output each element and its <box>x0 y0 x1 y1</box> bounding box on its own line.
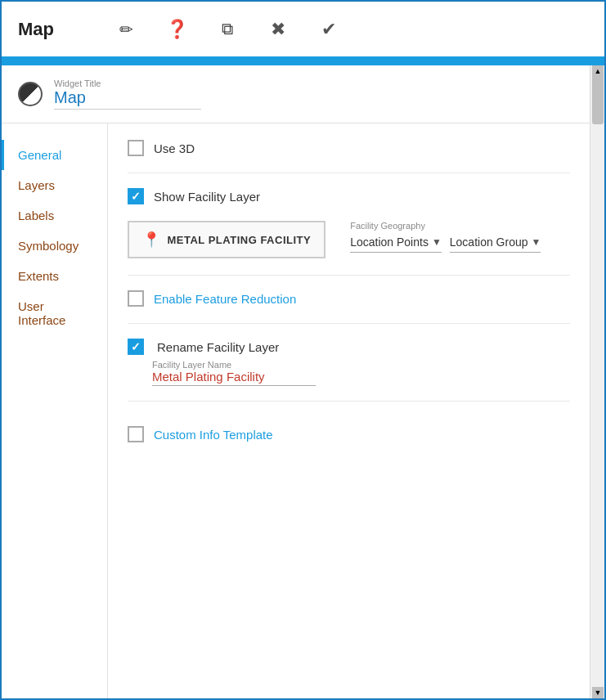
use-3d-label: Use 3D <box>154 141 195 155</box>
sidebar-nav: General Layers Labels Symbology Extents … <box>2 123 108 698</box>
rename-facility-label: Rename Facility Layer <box>157 340 279 354</box>
location-group-select[interactable]: Location Group ▼ <box>450 236 541 253</box>
main-panel: Widget Title General Layers Labels Symbo… <box>2 65 590 698</box>
divider-1 <box>128 173 570 173</box>
two-column-layout: General Layers Labels Symbology Extents … <box>2 123 590 698</box>
scrollbar-thumb[interactable] <box>592 75 604 124</box>
custom-info-checkbox-row: Custom Info Template <box>128 426 570 442</box>
custom-info-row: Custom Info Template <box>128 426 570 442</box>
scrollbar-down[interactable]: ▼ <box>592 687 604 698</box>
geography-group: Facility Geography Location Points ▼ Loc… <box>350 221 541 253</box>
enable-feature-reduction-label: Enable Feature Reduction <box>154 292 296 306</box>
facility-button-label: METAL PLATING FACILITY <box>168 234 312 246</box>
custom-info-checkbox[interactable] <box>128 426 144 442</box>
close-icon[interactable]: ✖ <box>265 16 291 43</box>
rename-section: Rename Facility Layer Facility Layer Nam… <box>128 339 570 386</box>
sidebar-item-layers[interactable]: Layers <box>2 170 107 200</box>
copy-icon[interactable]: ⧉ <box>214 16 240 43</box>
accent-bar <box>2 59 604 65</box>
facility-name-field: Facility Layer Name <box>152 360 570 386</box>
scrollbar: ▲ ▼ <box>590 65 604 698</box>
rename-facility-row: Rename Facility Layer <box>128 339 570 355</box>
show-facility-layer-label: Show Facility Layer <box>154 190 260 204</box>
location-points-value: Location Points <box>350 236 429 249</box>
show-facility-layer-row: Show Facility Layer <box>128 188 570 204</box>
widget-title-label: Widget Title <box>54 79 201 88</box>
location-group-value: Location Group <box>450 236 528 249</box>
use-3d-row: Use 3D <box>128 140 570 156</box>
header-icons: ✏ ❓ ⧉ ✖ ✔ <box>113 16 342 43</box>
location-points-arrow: ▼ <box>432 236 442 248</box>
enable-feature-reduction-row: Enable Feature Reduction <box>128 290 570 307</box>
sidebar-item-symbology[interactable]: Symbology <box>2 231 107 261</box>
location-group-arrow: ▼ <box>532 236 541 248</box>
sidebar-item-general[interactable]: General <box>2 140 107 170</box>
enable-feature-reduction-checkbox[interactable] <box>128 290 144 307</box>
theme-icon <box>18 82 43 106</box>
show-facility-layer-checkbox[interactable] <box>128 188 144 204</box>
pin-icon: 📍 <box>142 231 161 249</box>
divider-2 <box>128 275 570 276</box>
widget-title-section: Widget Title <box>2 65 590 123</box>
facility-section: 📍 METAL PLATING FACILITY Facility Geogra… <box>128 221 570 258</box>
content-area: Widget Title General Layers Labels Symbo… <box>2 65 604 698</box>
sidebar-item-extents[interactable]: Extents <box>2 261 107 291</box>
divider-4 <box>128 401 570 402</box>
confirm-icon[interactable]: ✔ <box>316 16 342 43</box>
facility-name-input[interactable] <box>152 370 316 386</box>
divider-3 <box>128 323 570 324</box>
widget-title-input[interactable] <box>54 88 201 110</box>
facility-geography-label: Facility Geography <box>350 221 541 231</box>
custom-info-label: Custom Info Template <box>154 428 273 442</box>
use-3d-checkbox[interactable] <box>128 140 144 156</box>
help-icon[interactable]: ❓ <box>164 16 190 43</box>
facility-button[interactable]: 📍 METAL PLATING FACILITY <box>128 221 325 258</box>
settings-panel: Use 3D Show Facility Layer 📍 METAL PLATI… <box>108 123 590 698</box>
facility-name-label: Facility Layer Name <box>152 360 570 370</box>
sidebar-item-labels[interactable]: Labels <box>2 200 107 231</box>
geography-selects: Location Points ▼ Location Group ▼ <box>350 236 541 253</box>
header-bar: Map ✏ ❓ ⧉ ✖ ✔ <box>2 2 604 59</box>
header-title: Map <box>18 19 54 40</box>
sidebar-item-user-interface[interactable]: User Interface <box>2 291 107 335</box>
rename-facility-checkbox[interactable] <box>128 339 144 355</box>
edit-icon[interactable]: ✏ <box>113 16 139 43</box>
main-window: Map ✏ ❓ ⧉ ✖ ✔ Widget Title <box>0 0 606 700</box>
widget-title-field: Widget Title <box>54 79 201 110</box>
location-points-select[interactable]: Location Points ▼ <box>350 236 442 253</box>
